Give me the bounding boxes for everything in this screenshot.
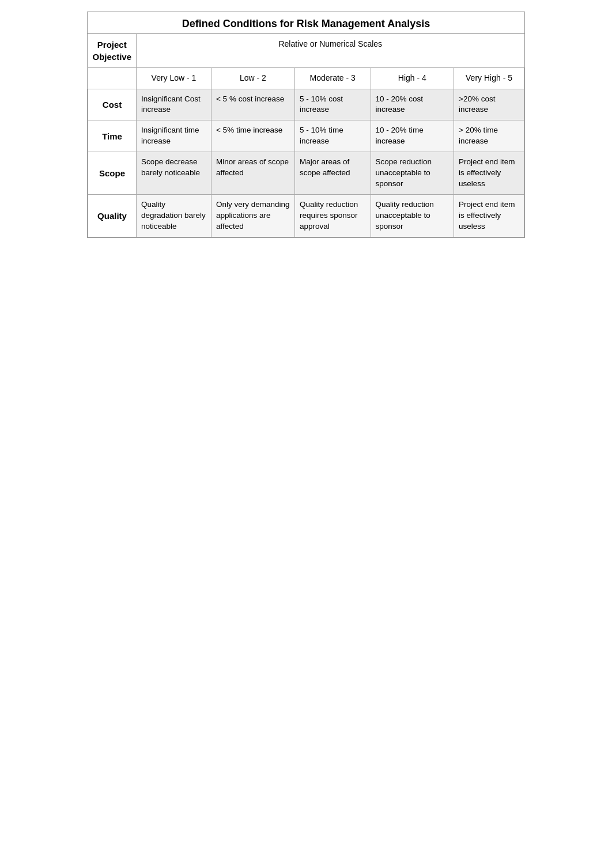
cell-very_high: Project end item is effectively useless: [454, 194, 524, 237]
cell-low: Minor areas of scope affected: [211, 152, 294, 195]
cell-high: 10 - 20% cost increase: [371, 89, 454, 120]
col-header-high: High - 4: [371, 68, 454, 89]
cell-high: Scope reduction unacceptable to sponsor: [371, 152, 454, 195]
cell-moderate: 5 - 10% cost increase: [294, 89, 371, 120]
cell-very_low: Insignificant time increase: [137, 120, 211, 152]
cell-moderate: Quality reduction requires sponsor appro…: [294, 194, 371, 237]
objective-cell: Quality: [88, 194, 137, 237]
objective-cell: Cost: [88, 89, 137, 120]
table-row: CostInsignificant Cost increase< 5 % cos…: [88, 89, 524, 120]
cell-very_high: Project end item is effectively useless: [454, 152, 524, 195]
risk-table: ProjectObjective Relative or Numerical S…: [88, 34, 524, 237]
cell-high: Quality reduction unacceptable to sponso…: [371, 194, 454, 237]
objective-col-label: ProjectObjective: [93, 40, 132, 62]
cell-low: < 5% time increase: [211, 120, 294, 152]
main-container: Defined Conditions for Risk Management A…: [87, 12, 525, 238]
col-header-very-low: Very Low - 1: [137, 68, 211, 89]
cell-very_low: Quality degradation barely noticeable: [137, 194, 211, 237]
objective-cell: Time: [88, 120, 137, 152]
table-row: QualityQuality degradation barely notice…: [88, 194, 524, 237]
table-row: ScopeScope decrease barely noticeableMin…: [88, 152, 524, 195]
cell-low: < 5 % cost increase: [211, 89, 294, 120]
table-row: TimeInsignificant time increase< 5% time…: [88, 120, 524, 152]
scales-header-row: ProjectObjective Relative or Numerical S…: [88, 34, 524, 68]
blank-col-header: [88, 68, 137, 89]
col-header-low: Low - 2: [211, 68, 294, 89]
cell-high: 10 - 20% time increase: [371, 120, 454, 152]
cell-moderate: 5 - 10% time increase: [294, 120, 371, 152]
column-header-row: Very Low - 1 Low - 2 Moderate - 3 High -…: [88, 68, 524, 89]
cell-low: Only very demanding applications are aff…: [211, 194, 294, 237]
cell-very_high: > 20% time increase: [454, 120, 524, 152]
objective-header-cell: ProjectObjective: [88, 34, 137, 68]
objective-cell: Scope: [88, 152, 137, 195]
scales-label-cell: Relative or Numerical Scales: [137, 34, 524, 68]
cell-very_low: Scope decrease barely noticeable: [137, 152, 211, 195]
cell-moderate: Major areas of scope affected: [294, 152, 371, 195]
cell-very_low: Insignificant Cost increase: [137, 89, 211, 120]
cell-very_high: >20% cost increase: [454, 89, 524, 120]
table-title: Defined Conditions for Risk Management A…: [88, 12, 524, 34]
col-header-moderate: Moderate - 3: [294, 68, 371, 89]
col-header-very-high: Very High - 5: [454, 68, 524, 89]
